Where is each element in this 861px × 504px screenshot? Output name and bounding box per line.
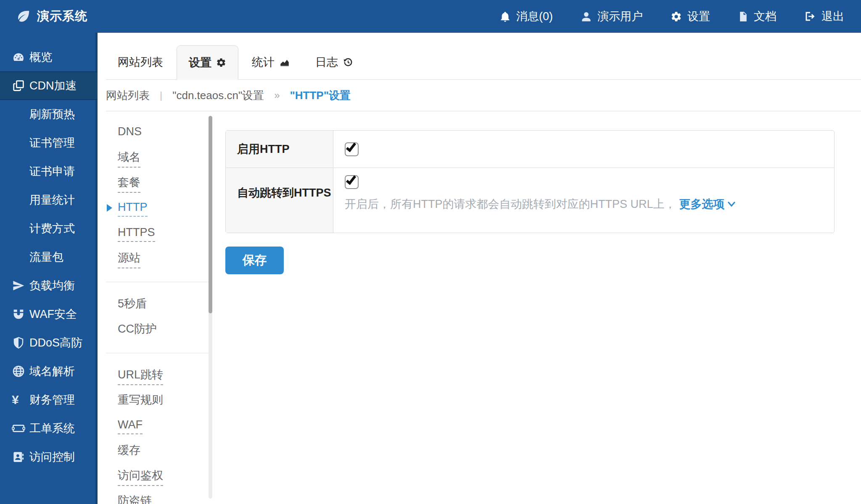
chevron-down-icon bbox=[728, 201, 735, 207]
menu-item-url-redirect[interactable]: URL跳转 bbox=[106, 363, 212, 388]
sidebar-label: 流量包 bbox=[29, 249, 63, 265]
brand[interactable]: 演示系统 bbox=[0, 8, 87, 25]
row-label: 自动跳转到HTTPS bbox=[226, 168, 333, 233]
sidebar-label: WAF安全 bbox=[29, 307, 77, 322]
row-label: 启用HTTP bbox=[226, 131, 333, 168]
menu-divider bbox=[106, 282, 209, 282]
redirect-hint: 开启后，所有HTTP的请求都会自动跳转到对应的HTTPS URL上， 更多选项 bbox=[345, 197, 834, 212]
settings-content: DNS 域名 套餐 HTTP HTTPS 源站 5秒盾 CC防护 URL跳转 重… bbox=[106, 111, 861, 504]
document-icon bbox=[738, 11, 748, 22]
sidebar-item-traffic-pack[interactable]: 流量包 bbox=[0, 243, 95, 271]
table-row: 自动跳转到HTTPS 开启后，所有HTTP的请求都会自动跳转到对应的HTTPS … bbox=[226, 168, 834, 233]
settings-menu: DNS 域名 套餐 HTTP HTTPS 源站 5秒盾 CC防护 URL跳转 重… bbox=[106, 111, 212, 504]
ticket-icon bbox=[12, 422, 27, 435]
menu-item-rewrite-rules[interactable]: 重写规则 bbox=[106, 388, 212, 414]
menu-item-plan[interactable]: 套餐 bbox=[106, 171, 212, 196]
docs-button[interactable]: 文档 bbox=[738, 9, 776, 24]
settings-table: 启用HTTP 自动跳转到HTTPS 开启后，所有HTTP的请求都会自动跳转到对应… bbox=[225, 130, 835, 233]
sidebar-label: 域名解析 bbox=[29, 364, 75, 379]
sidebar-label: CDN加速 bbox=[29, 78, 77, 93]
menu-item-waf[interactable]: WAF bbox=[106, 414, 212, 439]
sidebar-label: 证书申请 bbox=[29, 164, 75, 179]
sign-out-icon bbox=[804, 10, 816, 22]
menu-item-dns[interactable]: DNS bbox=[106, 121, 212, 146]
settings-button[interactable]: 设置 bbox=[671, 9, 710, 24]
paper-plane-icon bbox=[12, 279, 27, 292]
http-settings-panel: 启用HTTP 自动跳转到HTTPS 开启后，所有HTTP的请求都会自动跳转到对应… bbox=[212, 111, 861, 504]
leaf-icon bbox=[16, 9, 31, 24]
tab-logs[interactable]: 日志 bbox=[304, 45, 365, 79]
tab-bar: 网站列表 设置 统计 日志 bbox=[106, 45, 861, 80]
messages-label: 消息(0) bbox=[516, 9, 553, 24]
save-button[interactable]: 保存 bbox=[225, 247, 284, 274]
menu-item-hotlink[interactable]: 防盗链 bbox=[106, 489, 212, 504]
sidebar-item-refresh-preheat[interactable]: 刷新预热 bbox=[0, 100, 95, 129]
sidebar-item-cert-manage[interactable]: 证书管理 bbox=[0, 129, 95, 157]
menu-item-origin[interactable]: 源站 bbox=[106, 247, 212, 272]
menu-scrollbar-track[interactable] bbox=[209, 116, 212, 499]
shield-icon bbox=[12, 336, 27, 349]
redirect-https-checkbox[interactable] bbox=[345, 175, 359, 189]
sidebar-item-finance[interactable]: ¥ 财务管理 bbox=[0, 386, 95, 414]
sidebar-item-overview[interactable]: 概览 bbox=[0, 43, 95, 71]
topbar-menu: 消息(0) 演示用户 设置 文档 退出 bbox=[499, 9, 861, 24]
gear-icon bbox=[216, 58, 226, 68]
menu-item-auth[interactable]: 访问鉴权 bbox=[106, 464, 212, 489]
logout-label: 退出 bbox=[821, 9, 844, 24]
menu-divider bbox=[106, 353, 209, 353]
breadcrumb-separator: » bbox=[274, 89, 280, 101]
gear-icon bbox=[671, 11, 682, 22]
sidebar-label: 工单系统 bbox=[29, 421, 75, 436]
menu-item-cc-protect[interactable]: CC防护 bbox=[106, 318, 212, 343]
topbar: 演示系统 消息(0) 演示用户 设置 文档 bbox=[0, 0, 861, 33]
sidebar-label: 负载均衡 bbox=[29, 278, 75, 293]
sidebar-item-load-balance[interactable]: 负载均衡 bbox=[0, 271, 95, 300]
active-triangle-icon bbox=[107, 204, 112, 212]
enable-http-checkbox[interactable] bbox=[345, 142, 359, 156]
more-options-link[interactable]: 更多选项 bbox=[679, 197, 735, 212]
user-menu-button[interactable]: 演示用户 bbox=[581, 9, 643, 24]
tab-settings[interactable]: 设置 bbox=[177, 45, 238, 80]
bell-icon bbox=[499, 11, 511, 22]
menu-item-cache[interactable]: 缓存 bbox=[106, 439, 212, 464]
tab-label: 统计 bbox=[252, 55, 275, 70]
check-icon bbox=[346, 174, 356, 185]
sidebar-item-access-control[interactable]: 访问控制 bbox=[0, 443, 95, 471]
sidebar-label: 财务管理 bbox=[29, 392, 75, 407]
user-icon bbox=[581, 11, 592, 22]
sidebar-label: 用量统计 bbox=[29, 192, 75, 207]
yen-icon: ¥ bbox=[12, 393, 27, 407]
check-icon bbox=[346, 141, 356, 152]
settings-label: 设置 bbox=[687, 9, 710, 24]
breadcrumb-site-list[interactable]: 网站列表 bbox=[106, 88, 150, 103]
menu-scrollbar-thumb[interactable] bbox=[209, 116, 212, 313]
messages-button[interactable]: 消息(0) bbox=[499, 9, 553, 24]
menu-item-http[interactable]: HTTP bbox=[106, 196, 212, 221]
sidebar-item-waf[interactable]: WAF安全 bbox=[0, 300, 95, 328]
sidebar-label: 证书管理 bbox=[29, 135, 75, 150]
sidebar-item-cert-apply[interactable]: 证书申请 bbox=[0, 157, 95, 186]
sidebar-item-usage-stats[interactable]: 用量统计 bbox=[0, 186, 95, 214]
sidebar-label: DDoS高防 bbox=[29, 335, 82, 350]
docs-label: 文档 bbox=[754, 9, 776, 24]
breadcrumb-http-settings[interactable]: "HTTP"设置 bbox=[290, 88, 351, 103]
sidebar-item-cdn[interactable]: CDN加速 bbox=[0, 71, 98, 100]
menu-item-5s-shield[interactable]: 5秒盾 bbox=[106, 292, 212, 318]
globe-icon bbox=[12, 365, 27, 378]
sidebar-item-dns-resolve[interactable]: 域名解析 bbox=[0, 357, 95, 386]
breadcrumb: 网站列表 | "cdn.teaos.cn"设置 » "HTTP"设置 bbox=[106, 80, 861, 111]
sidebar-item-tickets[interactable]: 工单系统 bbox=[0, 414, 95, 443]
sidebar-item-ddos[interactable]: DDoS高防 bbox=[0, 328, 95, 357]
clone-icon bbox=[12, 79, 27, 92]
menu-item-domain[interactable]: 域名 bbox=[106, 146, 212, 171]
logout-button[interactable]: 退出 bbox=[804, 9, 844, 24]
main-content: 网站列表 设置 统计 日志 网站列表 | "cdn.teaos.cn"设置 » … bbox=[98, 33, 861, 504]
chart-area-icon bbox=[279, 57, 290, 68]
tab-label: 设置 bbox=[189, 55, 211, 70]
table-row: 启用HTTP bbox=[226, 131, 834, 168]
menu-item-https[interactable]: HTTPS bbox=[106, 221, 212, 247]
breadcrumb-domain-settings[interactable]: "cdn.teaos.cn"设置 bbox=[172, 88, 264, 103]
sidebar-item-billing[interactable]: 计费方式 bbox=[0, 214, 95, 243]
tab-site-list[interactable]: 网站列表 bbox=[106, 45, 175, 79]
tab-statistics[interactable]: 统计 bbox=[240, 45, 302, 79]
